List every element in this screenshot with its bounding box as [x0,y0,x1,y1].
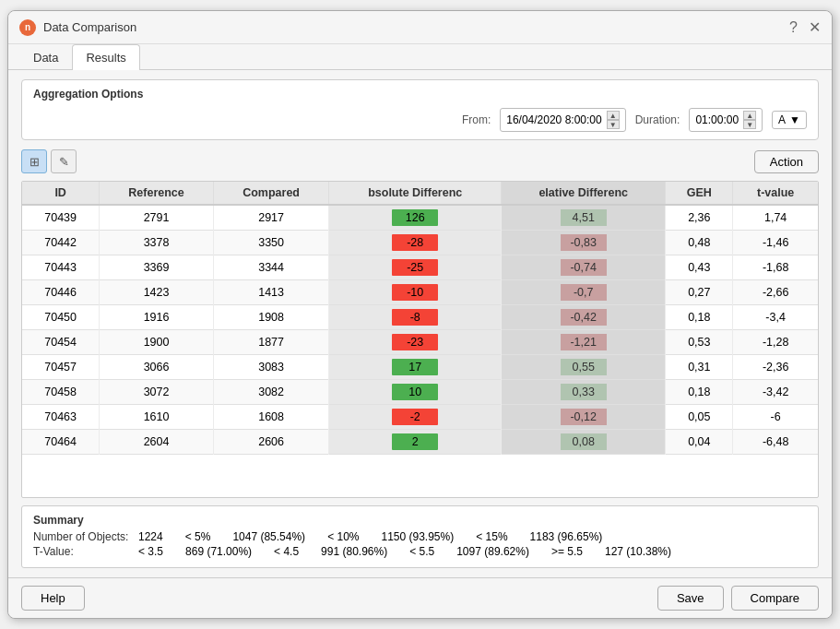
table-row[interactable]: 70439 2791 2917 126 4,51 2,36 1,74 [22,205,818,231]
tab-results[interactable]: Results [72,44,139,70]
tab-data[interactable]: Data [19,44,72,70]
duration-spinner[interactable]: ▲ ▼ [743,111,756,129]
cell-geh: 0,18 [666,305,733,330]
main-window: n Data Comparison ? ✕ Data Results Aggre… [7,10,833,619]
table-row[interactable]: 70457 3066 3083 17 0,55 0,31 -2,36 [22,355,818,380]
cell-geh: 0,48 [666,231,733,255]
col-header-rel-diff: elative Differenc [502,182,666,205]
close-icon[interactable]: ✕ [809,18,821,36]
cell-id: 70442 [22,231,100,255]
cell-rel-diff: 4,51 [502,205,666,231]
tstat-55-value: 1097 (89.62%) [456,545,529,558]
cell-reference: 1916 [100,305,214,330]
main-content: Aggregation Options From: 16/04/2020 8:0… [8,70,832,577]
table-row[interactable]: 70458 3072 3082 10 0,33 0,18 -3,42 [22,380,818,405]
cell-id: 70450 [22,305,100,330]
col-header-abs-diff: bsolute Differenc [329,182,502,205]
tvalue-label: T-Value: [33,545,135,558]
cell-reference: 2791 [100,205,214,231]
cell-compared: 3344 [213,255,329,280]
help-icon[interactable]: ? [789,19,798,36]
cell-tvalue: 1,74 [733,205,818,231]
data-table-container: ID Reference Compared bsolute Differenc … [21,181,819,498]
stat-5pct-threshold: < 5% [185,530,211,543]
cell-compared: 1608 [213,405,329,430]
grid-view-button[interactable]: ⊞ [21,149,47,173]
cell-compared: 3350 [213,231,329,255]
cell-reference: 1900 [100,330,214,355]
from-date-value: 16/04/2020 8:00:00 [506,113,601,126]
cell-tvalue: -3,4 [733,305,818,330]
table-row[interactable]: 70443 3369 3344 -25 -0,74 0,43 -1,68 [22,255,818,280]
cell-id: 70443 [22,255,100,280]
cell-tvalue: -3,42 [733,380,818,405]
cell-abs-diff: -25 [329,255,502,280]
tab-bar: Data Results [8,44,832,70]
cell-geh: 0,53 [666,330,733,355]
from-label: From: [462,113,491,126]
cell-tvalue: -6,48 [733,430,818,455]
stat-15pct-value: 1183 (96.65%) [530,530,603,543]
cell-rel-diff: -1,21 [502,330,666,355]
cell-compared: 1413 [213,280,329,305]
duration-up[interactable]: ▲ [743,111,756,120]
from-date-spinner[interactable]: ▲ ▼ [607,111,620,129]
table-row[interactable]: 70442 3378 3350 -28 -0,83 0,48 -1,46 [22,231,818,255]
objects-value: 1224 [138,530,163,543]
cell-rel-diff: -0,12 [502,405,666,430]
compare-button[interactable]: Compare [731,586,819,611]
cell-rel-diff: -0,7 [502,280,666,305]
cell-id: 70446 [22,280,100,305]
app-icon: n [19,19,36,36]
cell-rel-diff: -0,83 [502,231,666,255]
footer: Help Save Compare [8,577,832,618]
summary-panel: Summary Number of Objects: 1224 < 5% 104… [21,505,819,568]
cell-abs-diff: -2 [329,405,502,430]
stat-15pct-threshold: < 15% [476,530,507,543]
cell-rel-diff: -0,74 [502,255,666,280]
cell-tvalue: -6 [733,405,818,430]
cell-reference: 2604 [100,430,214,455]
stat-5pct-value: 1047 (85.54%) [232,530,305,543]
aggregation-title: Aggregation Options [33,88,807,101]
help-button[interactable]: Help [21,586,85,611]
edit-button[interactable]: ✎ [51,149,77,173]
table-body: 70439 2791 2917 126 4,51 2,36 1,74 70442… [22,205,818,455]
cell-abs-diff: 10 [329,380,502,405]
cell-abs-diff: -8 [329,305,502,330]
table-row[interactable]: 70463 1610 1608 -2 -0,12 0,05 -6 [22,405,818,430]
cell-geh: 0,04 [666,430,733,455]
duration-field[interactable]: 01:00:00 ▲ ▼ [689,108,763,132]
table-header-row: ID Reference Compared bsolute Differenc … [22,182,818,205]
cell-reference: 3072 [100,380,214,405]
table-row[interactable]: 70450 1916 1908 -8 -0,42 0,18 -3,4 [22,305,818,330]
duration-value: 01:00:00 [695,113,739,126]
table-row[interactable]: 70454 1900 1877 -23 -1,21 0,53 -1,28 [22,330,818,355]
cell-abs-diff: 126 [329,205,502,231]
from-date-field[interactable]: 16/04/2020 8:00:00 ▲ ▼ [500,108,625,132]
cell-reference: 3066 [100,355,214,380]
cell-geh: 0,31 [666,355,733,380]
cell-id: 70454 [22,330,100,355]
aggregation-options: Aggregation Options From: 16/04/2020 8:0… [21,79,819,140]
save-button[interactable]: Save [657,586,724,611]
cell-id: 70464 [22,430,100,455]
cell-abs-diff: -23 [329,330,502,355]
cell-rel-diff: -0,42 [502,305,666,330]
from-date-up[interactable]: ▲ [607,111,620,120]
cell-geh: 0,05 [666,405,733,430]
cell-compared: 1908 [213,305,329,330]
cell-compared: 1877 [213,330,329,355]
table-row[interactable]: 70446 1423 1413 -10 -0,7 0,27 -2,66 [22,280,818,305]
duration-down[interactable]: ▼ [743,120,756,129]
objects-label: Number of Objects: [33,530,135,543]
cell-rel-diff: 0,55 [502,355,666,380]
action-button[interactable]: Action [754,150,819,173]
col-header-compared: Compared [213,182,329,205]
tstat-35-threshold: < 3.5 [138,545,163,558]
summary-title: Summary [33,514,807,527]
dropdown-a[interactable]: A ▼ [772,111,807,129]
from-date-down[interactable]: ▼ [607,120,620,129]
table-row[interactable]: 70464 2604 2606 2 0,08 0,04 -6,48 [22,430,818,455]
cell-reference: 1610 [100,405,214,430]
